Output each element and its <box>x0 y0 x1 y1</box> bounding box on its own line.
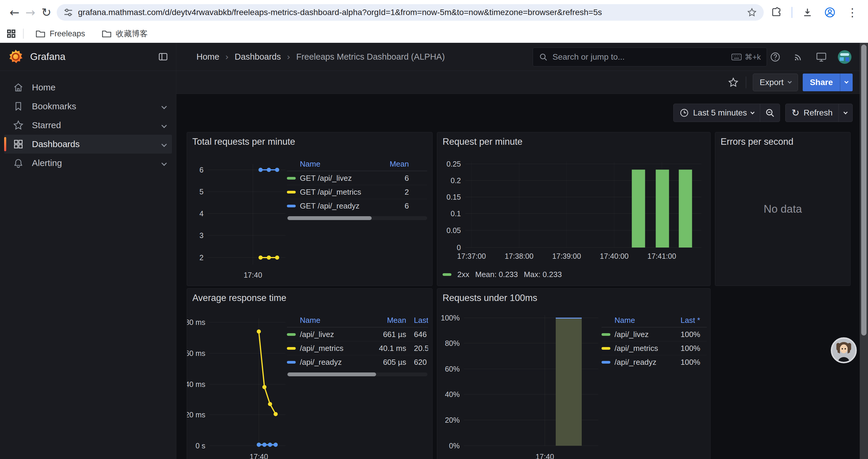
legend-scrollbar-thumb[interactable] <box>287 216 372 220</box>
refresh-button[interactable]: ↻ Refresh <box>785 104 838 122</box>
panel-title[interactable]: Average response time <box>192 293 286 303</box>
legend-value: 6 <box>374 174 409 183</box>
legend-series-name[interactable]: /api/_livez <box>615 330 665 339</box>
legend-col-header[interactable]: Last * <box>665 316 700 325</box>
chevron-down-icon[interactable] <box>161 141 167 147</box>
chevron-down-icon[interactable] <box>161 160 167 166</box>
breadcrumb-home[interactable]: Home <box>196 52 219 62</box>
legend-pill <box>601 347 610 350</box>
sidebar-item-bookmarks[interactable]: Bookmarks <box>0 97 176 116</box>
legend-table: NameLast */api/_livez100%/api/_metrics10… <box>601 314 707 369</box>
site-settings-icon[interactable] <box>63 7 73 18</box>
legend-value: 646 <box>406 330 428 339</box>
clock-icon <box>680 108 689 118</box>
legend-pill-cell <box>601 361 615 364</box>
legend-series-name[interactable]: /api/_livez <box>300 330 371 339</box>
apps-grid-icon[interactable] <box>6 29 16 38</box>
panel-title[interactable]: Total requests per minute <box>192 136 295 147</box>
legend-row: GET /api/_readyz6 <box>287 199 427 213</box>
forward-button[interactable]: → <box>23 4 38 21</box>
chevron-down-icon[interactable] <box>161 104 167 109</box>
share-dropdown-button[interactable] <box>840 73 852 91</box>
legend-col-name[interactable]: Name <box>615 316 665 325</box>
zoom-out-button[interactable] <box>760 104 780 122</box>
dashboard-toolbar: Export Share <box>176 71 868 94</box>
legend-header-row: NameMean <box>287 157 427 171</box>
address-bar[interactable] <box>57 4 764 21</box>
legend-col-name[interactable]: Name <box>300 160 374 169</box>
breadcrumb-current: Freeleaps Metrics Dashboard (ALPHA) <box>296 52 445 62</box>
legend-series-name[interactable]: /api/_metrics <box>300 344 371 353</box>
legend-series-name[interactable]: /api/_readyz <box>615 358 665 367</box>
legend-scrollbar-thumb[interactable] <box>287 372 376 376</box>
svg-text:0.1: 0.1 <box>451 209 461 218</box>
sidebar-menu: Home Bookmarks Starred <box>0 71 176 172</box>
panel-title[interactable]: Requests under 100ms <box>442 293 537 303</box>
legend-series-name[interactable]: /api/_metrics <box>615 344 665 353</box>
share-button[interactable]: Share <box>803 73 840 91</box>
panel-total-requests: Total requests per minute 6543217:40 Nam… <box>187 132 433 286</box>
profile-icon[interactable] <box>823 4 837 21</box>
no-data-message: No data <box>715 132 850 286</box>
collapse-sidebar-icon[interactable] <box>158 52 168 62</box>
legend-series-name[interactable]: GET /api/_readyz <box>300 201 374 210</box>
legend-col-header[interactable]: Mean <box>371 316 406 325</box>
svg-text:17:40:00: 17:40:00 <box>600 252 628 260</box>
svg-text:100%: 100% <box>441 314 460 322</box>
page-scrollbar-thumb[interactable] <box>861 44 867 335</box>
legend-series-name[interactable]: /api/_readyz <box>300 358 371 367</box>
refresh-icon: ↻ <box>792 107 800 119</box>
reload-button[interactable]: ↻ <box>38 4 54 21</box>
legend-table: NameMeanGET /api/_livez6GET /api/_metric… <box>287 157 427 220</box>
svg-text:4: 4 <box>199 209 204 218</box>
legend-col-header[interactable]: Last * <box>406 316 428 325</box>
favorite-star-icon[interactable] <box>727 76 739 88</box>
help-icon[interactable] <box>769 51 782 64</box>
sidebar-item-dashboards[interactable]: Dashboards <box>4 135 172 154</box>
browser-menu-icon[interactable]: ⋮ <box>845 4 860 21</box>
grafana-header: Home › Dashboards › Freeleaps Metrics Da… <box>176 43 868 71</box>
news-rss-icon[interactable] <box>792 51 805 64</box>
page-scrollbar <box>860 43 868 459</box>
panel-title[interactable]: Request per minute <box>442 136 523 147</box>
legend-series-name[interactable]: GET /api/_livez <box>300 174 374 183</box>
monitor-kiosk-icon[interactable] <box>815 51 828 64</box>
sidebar-item-label: Starred <box>32 120 162 130</box>
svg-text:17:39:00: 17:39:00 <box>552 252 581 260</box>
bookmark-folder-blogs[interactable]: 收藏博客 <box>97 26 152 41</box>
grafana-main: Home › Dashboards › Freeleaps Metrics Da… <box>176 43 868 459</box>
legend-pill <box>287 347 296 350</box>
sidebar-item-starred[interactable]: Starred <box>0 116 176 135</box>
legend-table: NameMeanLast */api/_livez661 µs646/api/_… <box>287 314 428 376</box>
grafana-logo[interactable] <box>8 49 24 65</box>
keyboard-icon <box>731 53 742 61</box>
breadcrumb-dashboards[interactable]: Dashboards <box>235 52 281 62</box>
bookmarks-divider <box>23 29 24 39</box>
back-button[interactable]: ← <box>6 4 23 21</box>
sidebar-item-home[interactable]: Home <box>0 78 176 97</box>
downloads-icon[interactable] <box>800 4 815 21</box>
url-input[interactable] <box>78 8 747 17</box>
search-input[interactable] <box>553 52 731 62</box>
bookmark-star-icon[interactable] <box>747 7 757 18</box>
search-bar[interactable]: ⌘+k <box>533 47 767 66</box>
chevron-down-icon[interactable] <box>161 123 167 128</box>
legend-series-name[interactable]: GET /api/_metrics <box>300 188 374 197</box>
legend-col-header[interactable]: Mean <box>374 160 409 169</box>
bar-chart: 0.250.20.150.10.05017:37:0017:38:0017:39… <box>437 132 711 286</box>
panel-title[interactable]: Errors per second <box>720 136 793 147</box>
user-avatar[interactable] <box>838 50 851 64</box>
time-range-picker[interactable]: Last 5 minutes <box>674 104 760 122</box>
bookmark-folder-freeleaps[interactable]: Freeleaps <box>31 27 90 41</box>
extensions-icon[interactable] <box>769 4 784 21</box>
legend-value: 6 <box>374 201 409 210</box>
legend-series-name[interactable]: 2xx <box>457 270 469 279</box>
assistant-avatar[interactable] <box>831 337 857 363</box>
refresh-interval-dropdown[interactable] <box>839 104 852 122</box>
legend-col-name[interactable]: Name <box>300 316 371 325</box>
browser-chrome: ← → ↻ <box>0 0 868 43</box>
legend-inline[interactable]: 2xxMean: 0.233Max: 0.233 <box>442 270 562 279</box>
svg-text:20%: 20% <box>445 416 460 424</box>
export-button[interactable]: Export <box>753 73 798 91</box>
sidebar-item-alerting[interactable]: Alerting <box>0 154 176 172</box>
